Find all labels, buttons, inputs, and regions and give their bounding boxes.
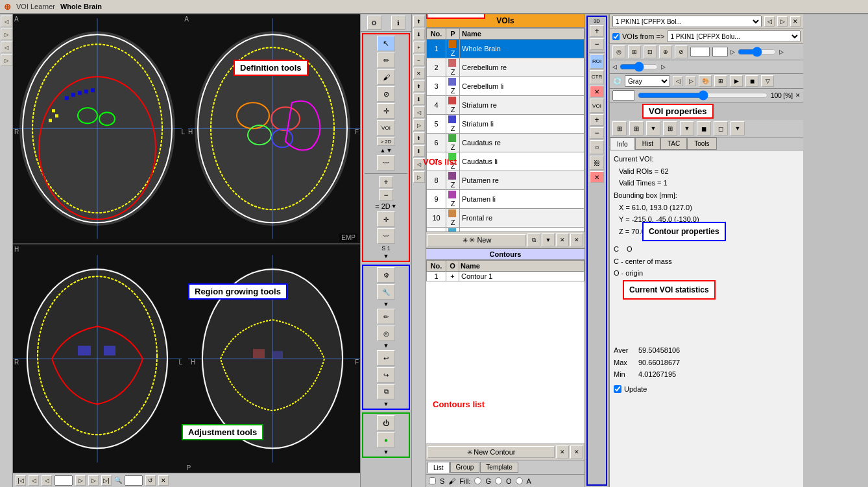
ctrl-icon3[interactable]: ▼ xyxy=(646,121,660,136)
voi-side-btn8[interactable]: ◁ xyxy=(413,106,425,118)
voi-side-btn3[interactable]: + xyxy=(413,42,425,53)
roi-tool[interactable]: VOI xyxy=(377,120,395,136)
roi-btn-roi[interactable]: ROI xyxy=(590,54,604,69)
color-prev[interactable]: ◁ xyxy=(673,76,683,86)
rg-redo[interactable]: ↪ xyxy=(377,367,395,383)
ctrl-icon5[interactable]: ▼ xyxy=(680,121,694,136)
ctrl-icon6[interactable]: ◼ xyxy=(697,121,711,136)
template-tab[interactable]: Template xyxy=(480,462,518,473)
color-icon1[interactable]: 🎨 xyxy=(699,75,712,87)
voi-row[interactable]: 1ZWhole Brain xyxy=(427,40,585,58)
copy-voi-btn[interactable]: ⧉ xyxy=(527,233,540,246)
voi-val-input2[interactable]: 1 xyxy=(712,47,728,57)
fill-radio-o[interactable] xyxy=(495,477,502,484)
roi-btn-plus2[interactable]: + xyxy=(590,114,604,126)
voi-side-btn1[interactable]: ⬆ xyxy=(413,16,425,27)
fill-radio-a[interactable] xyxy=(516,477,523,484)
vois-checkbox[interactable] xyxy=(612,33,620,40)
dataset-select[interactable]: 1 PKIN1 [CPFPX Bol... xyxy=(612,16,762,27)
vois-source-select[interactable]: 1 PKIN1 [CPFPX Bolu... xyxy=(667,30,801,42)
paint-tool[interactable]: 🖌 xyxy=(377,69,395,85)
voi-ctrl-icon4[interactable]: ⊕ xyxy=(659,45,672,58)
opacity-val[interactable]: 0.0 xyxy=(612,90,635,101)
adj-power[interactable]: ⏻ xyxy=(377,415,395,431)
color-icon5[interactable]: ▽ xyxy=(761,75,774,87)
ctrl-icon4[interactable]: ⊞ xyxy=(663,121,677,136)
slim-btn-1[interactable]: ◁ xyxy=(1,16,12,27)
wave-tool[interactable]: 〰 xyxy=(377,155,395,171)
contour-row[interactable]: 1 + Contour 1 xyxy=(427,272,585,281)
rg-circle[interactable]: ◎ xyxy=(377,326,395,341)
nav-prev[interactable]: ◁ xyxy=(29,475,39,486)
2d-more[interactable]: > 2D xyxy=(377,137,395,146)
info-tab[interactable]: Info xyxy=(610,137,635,150)
group-tab[interactable]: Group xyxy=(450,462,480,473)
voi-row[interactable]: 9ZPutamen li xyxy=(427,190,585,209)
close-voi-btn2[interactable]: ✕ xyxy=(570,233,583,246)
voi-side-btn5[interactable]: ✕ xyxy=(413,67,425,79)
voi-down-arrow[interactable]: ▼ xyxy=(542,233,555,246)
rg-pencil[interactable]: ✏ xyxy=(377,309,395,324)
nav-next2[interactable]: ▷ xyxy=(88,475,99,486)
voi-ctrl-icon1[interactable]: ◎ xyxy=(612,45,625,58)
tools-tab[interactable]: Tools xyxy=(687,137,716,150)
roi-btn-link[interactable]: ⛓ xyxy=(590,156,604,170)
frame-input[interactable]: 42 xyxy=(54,475,73,486)
slim-btn-4[interactable]: ▷ xyxy=(1,54,12,66)
close-voi-btn[interactable]: ✕ xyxy=(556,233,569,246)
color-icon3[interactable]: ▶ xyxy=(730,75,743,87)
roi-btn-circle[interactable]: ○ xyxy=(590,140,604,154)
minus-btn[interactable]: − xyxy=(379,189,393,201)
wave2-tool[interactable]: 〰 xyxy=(377,228,395,244)
move-tool[interactable]: ✛ xyxy=(377,103,395,119)
color-icon4[interactable]: ◼ xyxy=(745,75,758,87)
roi-btn-voi[interactable]: VOI xyxy=(590,99,604,113)
roi-btn-minus[interactable]: − xyxy=(590,38,604,50)
ctrl-icon7[interactable]: ◻ xyxy=(714,121,728,136)
rg-copy[interactable]: ⧉ xyxy=(377,384,395,399)
voi-side-btn10[interactable]: ⬆ xyxy=(413,132,425,144)
voi-row[interactable]: 3ZCerebellum li xyxy=(427,77,585,96)
ctrl-icon1[interactable]: ⊞ xyxy=(612,121,627,136)
voi-row[interactable]: 2ZCerebellum re xyxy=(427,58,585,77)
new-voi-btn[interactable]: ✳ ✳ New xyxy=(428,234,526,246)
tac-tab[interactable]: TAC xyxy=(660,137,687,150)
reset-btn[interactable]: ↺ xyxy=(145,475,156,486)
slim-btn-3[interactable]: ◁ xyxy=(1,42,12,53)
voi-ctrl-icon2[interactable]: ⊞ xyxy=(628,45,641,58)
voi-side-btn4[interactable]: − xyxy=(413,54,425,66)
erase-tool[interactable]: ⊘ xyxy=(377,86,395,102)
zoom-input[interactable]: 1.1 xyxy=(125,475,143,486)
hist-tab[interactable]: Hist xyxy=(635,137,660,150)
color-icon2[interactable]: ⊞ xyxy=(714,75,727,87)
close-small-btn[interactable]: ✕ xyxy=(158,475,169,486)
cursor-tool[interactable]: ↖ xyxy=(377,36,395,51)
color-select[interactable]: Gray xyxy=(625,75,670,87)
voi-ctrl-icon3[interactable]: ⊡ xyxy=(644,45,657,58)
voi-row[interactable]: 5ZStriatum li xyxy=(427,115,585,134)
voi-ctrl-icon5[interactable]: ⊘ xyxy=(675,45,688,58)
nav-prev2[interactable]: ◁ xyxy=(42,475,52,486)
nav-first[interactable]: |◁ xyxy=(16,475,26,486)
roi-btn-ctr[interactable]: CTR xyxy=(590,70,604,84)
voi-slider2[interactable] xyxy=(620,62,658,72)
adj-circle[interactable]: ● xyxy=(377,432,395,447)
voi-side-btn2[interactable]: ⬇ xyxy=(413,29,425,40)
toolbar-info[interactable]: ℹ xyxy=(391,16,405,30)
roi-btn-minus2[interactable]: − xyxy=(590,127,604,139)
voi-side-btn13[interactable]: ▷ xyxy=(413,171,425,183)
voi-row[interactable]: 8ZPutamen re xyxy=(427,171,585,190)
voi-side-btn11[interactable]: ⬇ xyxy=(413,145,425,157)
brain-bottom-image[interactable]: H R L H F P Region growing tools Adjustm… xyxy=(13,244,360,473)
ctrl-icon2[interactable]: ⊞ xyxy=(629,121,644,136)
ctrl-icon8[interactable]: ▼ xyxy=(730,121,745,136)
ds-close[interactable]: ✕ xyxy=(790,16,801,27)
roi-btn-red-x[interactable]: ✕ xyxy=(590,86,604,97)
voi-row[interactable]: 10ZFrontal re xyxy=(427,209,585,228)
voi-row[interactable]: 6ZCaudatus re xyxy=(427,134,585,152)
rg-undo[interactable]: ↩ xyxy=(377,350,395,366)
voi-side-btn7[interactable]: ⬇ xyxy=(413,93,425,105)
list-tab[interactable]: List xyxy=(428,462,450,473)
color-next[interactable]: ▷ xyxy=(686,76,696,86)
slim-btn-2[interactable]: ▷ xyxy=(1,29,12,40)
